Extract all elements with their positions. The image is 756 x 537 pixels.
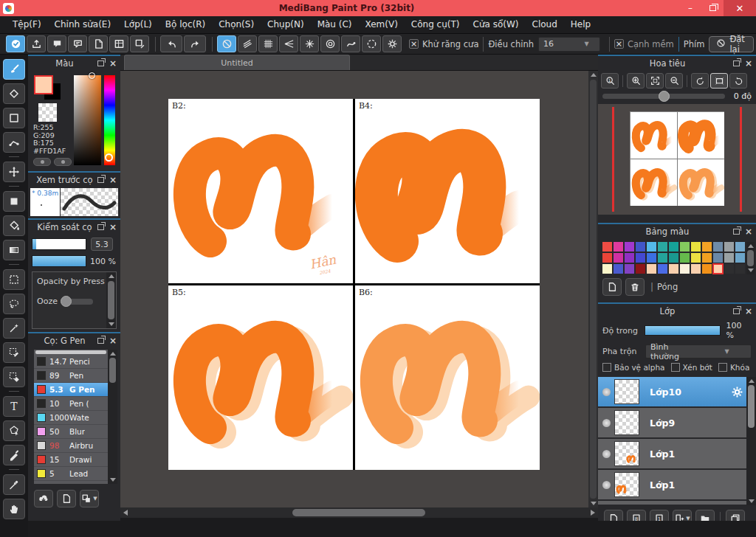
palette-swatch[interactable]	[713, 242, 723, 252]
popout-icon[interactable]	[97, 338, 104, 344]
brush-row[interactable]: 15Drawi	[34, 453, 108, 467]
palette-swatch[interactable]	[669, 242, 678, 252]
snap-settings-button[interactable]	[382, 35, 402, 52]
palette-swatch[interactable]	[636, 253, 645, 263]
tool-lasso[interactable]	[3, 294, 25, 314]
tool-pen[interactable]	[3, 445, 25, 465]
snap-curve-button[interactable]	[341, 35, 360, 52]
minimize-button[interactable]: –	[679, 0, 701, 16]
zoom-fit-button[interactable]	[646, 73, 664, 89]
palette-swatch[interactable]	[647, 253, 656, 263]
clipping-checkbox[interactable]	[671, 363, 680, 372]
tool-curve[interactable]	[3, 132, 25, 153]
brush-from-image-button[interactable]: ▼	[80, 490, 99, 507]
alpha-protect-checkbox[interactable]	[602, 363, 611, 372]
palette-swatch[interactable]	[647, 264, 656, 274]
tool-select-eraser[interactable]	[3, 367, 25, 387]
zoom-actual-button[interactable]: 1	[601, 73, 619, 89]
palette-swatch[interactable]	[713, 264, 723, 274]
brush-row[interactable]: 50Blur	[34, 425, 108, 439]
scroll-right-icon[interactable]	[591, 510, 595, 516]
delete-color-button[interactable]	[625, 278, 645, 296]
scroll-thumb[interactable]	[108, 281, 114, 319]
brush-size-value[interactable]: 5.3	[91, 238, 113, 251]
comment-button[interactable]	[47, 35, 66, 52]
rotate-left-button[interactable]	[691, 73, 709, 89]
brush-row[interactable]: 98Airbru	[34, 439, 108, 453]
palette-swatch[interactable]	[680, 242, 690, 252]
add-layer-menu-button[interactable]: ▼	[673, 510, 692, 521]
menu-item-blcr[interactable]: Bộ lọc(R)	[159, 16, 212, 33]
hue-picker-handle[interactable]	[105, 153, 113, 162]
palette-swatch[interactable]	[680, 253, 690, 263]
sv-picker-handle[interactable]	[89, 72, 95, 79]
palette-swatch[interactable]	[658, 264, 667, 274]
transparent-color-swatch[interactable]	[38, 103, 57, 122]
palette-swatch[interactable]	[735, 242, 745, 252]
palette-swatch[interactable]	[669, 253, 678, 263]
adjust-dropdown[interactable]: 16 ▼	[538, 37, 600, 52]
close-icon[interactable]: ×	[745, 59, 752, 68]
hue-bar[interactable]	[104, 75, 115, 165]
palette-swatch[interactable]	[691, 264, 701, 274]
zoom-out-button[interactable]	[665, 73, 683, 89]
tool-select-pen[interactable]	[3, 342, 25, 363]
antialias-checkbox[interactable]: ×	[409, 39, 419, 49]
menu-item-chnhsae[interactable]: Chỉnh sửa(E)	[48, 16, 118, 33]
tool-text[interactable]: T	[3, 396, 25, 417]
close-icon[interactable]: ×	[109, 59, 117, 68]
brush-row[interactable]: 14.7Penci	[34, 355, 108, 369]
palette-swatch[interactable]	[724, 264, 734, 274]
popout-icon[interactable]	[97, 224, 104, 230]
tool-brush[interactable]	[3, 59, 25, 80]
popout-icon[interactable]	[97, 60, 104, 66]
palette-swatch[interactable]	[636, 264, 645, 274]
menu-item-xemv[interactable]: Xem(V)	[359, 16, 405, 33]
palette-scrollbar[interactable]	[746, 242, 755, 274]
add-color-button[interactable]	[602, 278, 622, 296]
menu-item-cngct[interactable]: Công cụ(T)	[405, 16, 467, 33]
undo-button[interactable]	[160, 35, 182, 52]
brush-row[interactable]: 10Pen (	[34, 397, 108, 411]
palette-swatch[interactable]	[647, 242, 656, 252]
brush-row[interactable]: 1000Wate	[34, 411, 108, 425]
snap-concentric-button[interactable]	[320, 35, 340, 52]
palette-swatch[interactable]	[625, 264, 634, 274]
palette-swatch[interactable]	[658, 242, 667, 252]
lock-checkbox[interactable]	[718, 363, 727, 372]
scroll-down-icon[interactable]	[591, 502, 597, 505]
close-icon[interactable]: ×	[109, 223, 117, 232]
color-option-button[interactable]	[54, 158, 72, 166]
layer-row[interactable]: Lớp1	[598, 470, 746, 499]
palette-swatch[interactable]	[614, 264, 623, 274]
panel-layout-button[interactable]	[109, 35, 128, 52]
menu-item-lpl[interactable]: Lớp(L)	[117, 16, 159, 33]
layer-settings-gear-icon[interactable]	[727, 386, 746, 398]
brush-row[interactable]: 5.3G Pen	[34, 383, 108, 397]
brush-opacity-slider[interactable]	[32, 255, 86, 267]
snap-vanishing-button[interactable]	[279, 35, 298, 52]
palette-swatch[interactable]	[724, 242, 734, 252]
brush-option-row[interactable]: Opacity by Press	[37, 277, 106, 286]
layer-row[interactable]: Lớp10	[598, 377, 746, 406]
tool-gradient[interactable]	[3, 240, 25, 260]
scroll-up-icon[interactable]	[748, 244, 754, 248]
tool-bucket[interactable]	[3, 215, 25, 236]
snap-grid-button[interactable]	[258, 35, 278, 52]
layer-row[interactable]: Lớp9	[598, 408, 746, 437]
brush-list-hscroll[interactable]	[35, 350, 106, 354]
palette-swatch[interactable]	[691, 242, 701, 252]
blend-mode-dropdown[interactable]: Bình thường ▼	[645, 344, 752, 358]
close-icon[interactable]: ×	[109, 336, 117, 345]
canvas[interactable]: B2:Hân2024B4:B5:B6:	[168, 99, 540, 470]
zoom-in-button[interactable]	[627, 73, 645, 89]
layer-opacity-slider[interactable]	[645, 325, 721, 336]
foreground-color-swatch[interactable]	[34, 75, 53, 94]
new-layer-button[interactable]	[604, 510, 623, 521]
palette-swatch[interactable]	[658, 253, 667, 263]
color-option-button[interactable]	[33, 158, 51, 166]
palette-swatch[interactable]	[625, 253, 634, 263]
tool-object-select[interactable]	[3, 420, 25, 441]
menu-item-muc[interactable]: Màu (C)	[311, 16, 359, 33]
new-1bit-layer-button[interactable]: 1	[650, 510, 669, 521]
